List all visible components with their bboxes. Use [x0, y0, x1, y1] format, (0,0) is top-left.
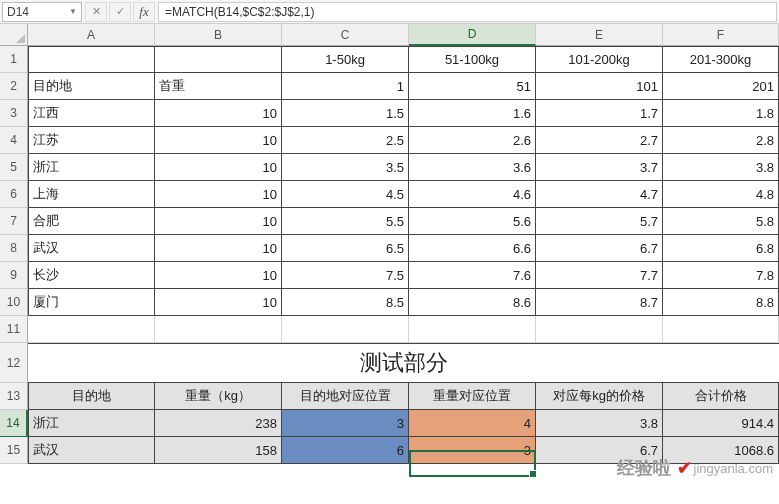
cell-E4[interactable]: 2.7 — [536, 127, 663, 154]
name-box-dropdown-icon[interactable]: ▼ — [69, 7, 77, 16]
cell-E13[interactable]: 对应每kg的价格 — [536, 383, 663, 410]
fx-icon[interactable]: fx — [133, 2, 155, 22]
cell-B4[interactable]: 10 — [155, 127, 282, 154]
cell-F9[interactable]: 7.8 — [663, 262, 779, 289]
col-header-C[interactable]: C — [282, 24, 409, 46]
cell-C1[interactable]: 1-50kg — [282, 46, 409, 73]
cell-A11[interactable] — [28, 316, 155, 343]
cell-C6[interactable]: 4.5 — [282, 181, 409, 208]
cell-B11[interactable] — [155, 316, 282, 343]
cell-F14[interactable]: 914.4 — [663, 410, 779, 437]
cell-C11[interactable] — [282, 316, 409, 343]
formula-input[interactable]: =MATCH(B14,$C$2:$J$2,1) — [158, 2, 777, 22]
cell-D8[interactable]: 6.6 — [409, 235, 536, 262]
cell-E10[interactable]: 8.7 — [536, 289, 663, 316]
row-header-11[interactable]: 11 — [0, 316, 28, 343]
cell-A15[interactable]: 武汉 — [28, 437, 155, 464]
col-header-E[interactable]: E — [536, 24, 663, 46]
cell-B1[interactable] — [155, 46, 282, 73]
cell-D1[interactable]: 51-100kg — [409, 46, 536, 73]
row-header-4[interactable]: 4 — [0, 127, 28, 154]
cell-F6[interactable]: 4.8 — [663, 181, 779, 208]
row-header-3[interactable]: 3 — [0, 100, 28, 127]
cell-A7[interactable]: 合肥 — [28, 208, 155, 235]
row-header-7[interactable]: 7 — [0, 208, 28, 235]
row-header-12[interactable]: 12 — [0, 343, 28, 383]
cell-A4[interactable]: 江苏 — [28, 127, 155, 154]
row-header-2[interactable]: 2 — [0, 73, 28, 100]
row-header-5[interactable]: 5 — [0, 154, 28, 181]
cell-D3[interactable]: 1.6 — [409, 100, 536, 127]
cell-D9[interactable]: 7.6 — [409, 262, 536, 289]
confirm-icon[interactable]: ✓ — [109, 2, 131, 22]
cell-E11[interactable] — [536, 316, 663, 343]
cell-C13[interactable]: 目的地对应位置 — [282, 383, 409, 410]
cell-C15[interactable]: 6 — [282, 437, 409, 464]
cell-B9[interactable]: 10 — [155, 262, 282, 289]
row-header-14[interactable]: 14 — [0, 410, 28, 437]
cell-F3[interactable]: 1.8 — [663, 100, 779, 127]
col-header-A[interactable]: A — [28, 24, 155, 46]
cell-C7[interactable]: 5.5 — [282, 208, 409, 235]
cell-D10[interactable]: 8.6 — [409, 289, 536, 316]
cell-B7[interactable]: 10 — [155, 208, 282, 235]
cell-A3[interactable]: 江西 — [28, 100, 155, 127]
cell-C4[interactable]: 2.5 — [282, 127, 409, 154]
cell-F15[interactable]: 1068.6 — [663, 437, 779, 464]
cell-C10[interactable]: 8.5 — [282, 289, 409, 316]
row-header-15[interactable]: 15 — [0, 437, 28, 464]
cell-B8[interactable]: 10 — [155, 235, 282, 262]
cell-D5[interactable]: 3.6 — [409, 154, 536, 181]
cell-E1[interactable]: 101-200kg — [536, 46, 663, 73]
name-box[interactable]: D14 ▼ — [2, 2, 82, 22]
cell-B3[interactable]: 10 — [155, 100, 282, 127]
col-header-D[interactable]: D — [409, 24, 536, 46]
cell-D11[interactable] — [409, 316, 536, 343]
cell-A14[interactable]: 浙江 — [28, 410, 155, 437]
cell-E2[interactable]: 101 — [536, 73, 663, 100]
cell-C9[interactable]: 7.5 — [282, 262, 409, 289]
cell-A2[interactable]: 目的地 — [28, 73, 155, 100]
cell-C14[interactable]: 3 — [282, 410, 409, 437]
cell-E6[interactable]: 4.7 — [536, 181, 663, 208]
cell-B5[interactable]: 10 — [155, 154, 282, 181]
cell-D4[interactable]: 2.6 — [409, 127, 536, 154]
cell-A5[interactable]: 浙江 — [28, 154, 155, 181]
cancel-icon[interactable]: ✕ — [85, 2, 107, 22]
cell-D15[interactable]: 3 — [409, 437, 536, 464]
cell-F2[interactable]: 201 — [663, 73, 779, 100]
cell-A8[interactable]: 武汉 — [28, 235, 155, 262]
cell-F5[interactable]: 3.8 — [663, 154, 779, 181]
cell-C5[interactable]: 3.5 — [282, 154, 409, 181]
cell-A13[interactable]: 目的地 — [28, 383, 155, 410]
cell-F13[interactable]: 合计价格 — [663, 383, 779, 410]
row-header-8[interactable]: 8 — [0, 235, 28, 262]
cell-E5[interactable]: 3.7 — [536, 154, 663, 181]
cell-E7[interactable]: 5.7 — [536, 208, 663, 235]
cell-A6[interactable]: 上海 — [28, 181, 155, 208]
cell-F11[interactable] — [663, 316, 779, 343]
cell-E15[interactable]: 6.7 — [536, 437, 663, 464]
row-header-6[interactable]: 6 — [0, 181, 28, 208]
cell-D14[interactable]: 4 — [409, 410, 536, 437]
cell-A10[interactable]: 厦门 — [28, 289, 155, 316]
cell-B2[interactable]: 首重 — [155, 73, 282, 100]
cell-D2[interactable]: 51 — [409, 73, 536, 100]
cell-A1[interactable] — [28, 46, 155, 73]
cell-B14[interactable]: 238 — [155, 410, 282, 437]
cell-B15[interactable]: 158 — [155, 437, 282, 464]
cell-F8[interactable]: 6.8 — [663, 235, 779, 262]
cell-D6[interactable]: 4.6 — [409, 181, 536, 208]
row-header-10[interactable]: 10 — [0, 289, 28, 316]
cell-C8[interactable]: 6.5 — [282, 235, 409, 262]
row-header-13[interactable]: 13 — [0, 383, 28, 410]
cell-B13[interactable]: 重量（kg） — [155, 383, 282, 410]
cell-F10[interactable]: 8.8 — [663, 289, 779, 316]
cell-E9[interactable]: 7.7 — [536, 262, 663, 289]
col-header-F[interactable]: F — [663, 24, 779, 46]
cell-E14[interactable]: 3.8 — [536, 410, 663, 437]
cell-F7[interactable]: 5.8 — [663, 208, 779, 235]
cell-B6[interactable]: 10 — [155, 181, 282, 208]
select-all-corner[interactable] — [0, 24, 28, 46]
cell-C3[interactable]: 1.5 — [282, 100, 409, 127]
